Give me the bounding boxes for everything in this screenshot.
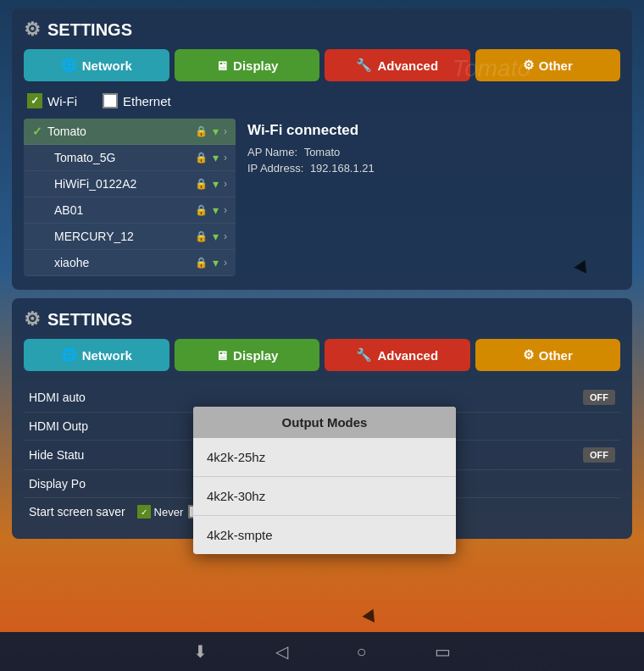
chevron-icon: › — [224, 204, 227, 216]
bottom-tabs: 🌐 Network 🖥 Display 🔧 Advanced ⚙ Other — [24, 339, 620, 371]
wifi-ethernet-row: Wi-Fi Ethernet — [24, 93, 620, 108]
ethernet-label[interactable]: Ethernet — [103, 93, 171, 108]
chevron-icon: › — [224, 125, 227, 137]
lock-icon: 🔒 — [195, 204, 208, 216]
output-mode-item-1[interactable]: 4k2k-25hz — [193, 438, 456, 477]
wifi-signal-icon: ▾ — [213, 230, 219, 243]
tab-network-bottom[interactable]: 🌐 Network — [24, 339, 169, 371]
tab-other-bottom[interactable]: ⚙ Other — [475, 339, 621, 371]
network-area: ✓ Tomato 🔒 ▾ › Tomato_5G 🔒 ▾ › HiWiFi_01… — [24, 119, 620, 276]
ss-never[interactable]: Never — [137, 505, 184, 518]
lock-icon: 🔒 — [195, 257, 208, 269]
top-title: ⚙ SETTINGS — [24, 19, 620, 41]
ap-name-line: AP Name: Tomato — [247, 146, 375, 158]
list-item[interactable]: ✓ Tomato 🔒 ▾ › — [24, 119, 236, 145]
wifi-label[interactable]: Wi-Fi — [27, 93, 77, 108]
tab-network-top[interactable]: 🌐 Network — [24, 49, 169, 81]
display-icon-b: 🖥 — [215, 348, 228, 363]
network-list: ✓ Tomato 🔒 ▾ › Tomato_5G 🔒 ▾ › HiWiFi_01… — [24, 119, 236, 276]
recents-icon[interactable]: ▭ — [435, 641, 451, 662]
advanced-icon: 🔧 — [356, 58, 372, 73]
ip-address-line: IP Address: 192.168.1.21 — [247, 162, 375, 175]
bottom-title: ⚙ SETTINGS — [24, 308, 620, 330]
tab-other-top[interactable]: ⚙ Other — [475, 49, 621, 81]
list-item[interactable]: AB01 🔒 ▾ › — [24, 197, 236, 224]
wifi-signal-icon: ▾ — [213, 203, 219, 217]
wifi-info-panel: Wi-Fi connected AP Name: Tomato IP Addre… — [247, 119, 375, 276]
gear-icon: ⚙ — [24, 19, 41, 41]
gear-icon-bottom: ⚙ — [24, 308, 41, 330]
screensaver-label: Start screen saver — [29, 505, 125, 518]
lock-icon: 🔒 — [195, 125, 208, 137]
output-modes-modal: Output Modes 4k2k-25hz 4k2k-30hz 4k2k-sm… — [193, 407, 456, 554]
wifi-checkbox[interactable] — [27, 93, 42, 108]
lock-icon: 🔒 — [195, 178, 208, 190]
chevron-icon: › — [224, 152, 227, 164]
advanced-icon-b: 🔧 — [356, 347, 372, 363]
lock-icon: 🔒 — [195, 230, 208, 242]
download-icon[interactable]: ⬇ — [193, 641, 208, 662]
list-item[interactable]: Tomato_5G 🔒 ▾ › — [24, 145, 236, 171]
home-icon[interactable]: ○ — [356, 642, 366, 662]
output-mode-item-2[interactable]: 4k2k-30hz — [193, 477, 456, 516]
network-icon-b: 🌐 — [61, 347, 77, 363]
display-icon: 🖥 — [215, 58, 228, 73]
output-mode-item-3[interactable]: 4k2k-smpte — [193, 516, 456, 554]
network-icon: 🌐 — [61, 58, 77, 73]
hide-status-toggle[interactable]: OFF — [583, 447, 615, 463]
chevron-icon: › — [224, 230, 227, 242]
cursor-bottom — [362, 609, 380, 627]
tab-advanced-top[interactable]: 🔧 Advanced — [325, 49, 470, 81]
check-icon: ✓ — [32, 125, 42, 138]
other-icon-b: ⚙ — [523, 347, 534, 363]
tab-advanced-bottom[interactable]: 🔧 Advanced — [325, 339, 470, 371]
tab-display-bottom[interactable]: 🖥 Display — [175, 339, 320, 371]
list-item[interactable]: MERCURY_12 🔒 ▾ › — [24, 224, 236, 250]
wifi-signal-icon: ▾ — [213, 151, 219, 164]
top-tabs: 🌐 Network 🖥 Display 🔧 Advanced ⚙ Other — [24, 49, 620, 81]
tab-display-top[interactable]: 🖥 Display — [175, 49, 320, 81]
ss-never-check[interactable] — [137, 505, 151, 518]
bottom-title-text: SETTINGS — [47, 310, 132, 330]
list-item[interactable]: HiWiFi_0122A2 🔒 ▾ › — [24, 171, 236, 197]
bottom-nav-bar: ⬇ ◁ ○ ▭ — [0, 632, 644, 671]
ethernet-checkbox[interactable] — [103, 93, 118, 108]
top-title-text: SETTINGS — [47, 20, 132, 40]
top-settings-panel: ⚙ SETTINGS Tomato 🌐 Network 🖥 Display 🔧 … — [12, 8, 632, 290]
hdmi-auto-toggle[interactable]: OFF — [583, 390, 615, 405]
wifi-signal-icon: ▾ — [213, 125, 219, 138]
chevron-icon: › — [224, 257, 227, 269]
lock-icon: 🔒 — [195, 152, 208, 164]
chevron-icon: › — [224, 178, 227, 190]
list-item[interactable]: xiaohe 🔒 ▾ › — [24, 250, 236, 276]
output-modal-title: Output Modes — [193, 407, 456, 438]
wifi-signal-icon: ▾ — [213, 177, 219, 191]
wifi-signal-icon: ▾ — [213, 256, 219, 269]
other-icon: ⚙ — [523, 58, 534, 73]
wifi-connected-title: Wi-Fi connected — [247, 122, 375, 139]
back-icon[interactable]: ◁ — [275, 641, 288, 662]
